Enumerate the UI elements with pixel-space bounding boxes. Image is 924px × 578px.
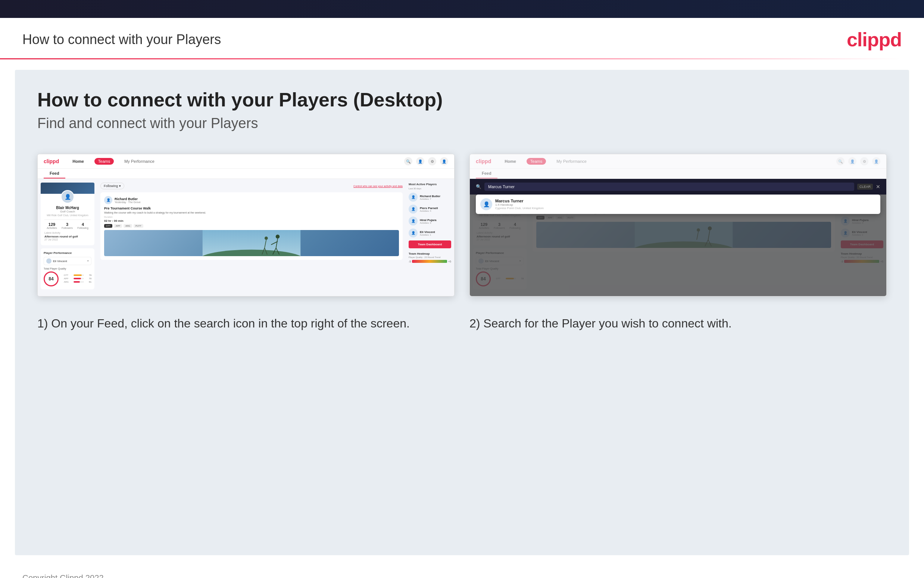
player-4-name: Eli Vincent xyxy=(420,231,435,234)
quality-circle: 84 xyxy=(44,271,58,286)
nav-link-home[interactable]: Home xyxy=(70,157,87,165)
app-nav-1: clippd Home Teams My Performance 🔍 👤 ⚙ 👤 xyxy=(38,154,454,169)
following-button[interactable]: Following ▾ xyxy=(100,183,124,189)
player-performance-panel: Player Performance Eli Vincent ▾ Total P… xyxy=(40,248,94,289)
team-heatmap-sub: Player Quality · 20 Round Trend xyxy=(409,256,451,258)
user-icon-2: 👤 xyxy=(848,157,856,166)
player-2-name: Piers Parnell xyxy=(420,206,438,210)
player-1-avatar: 👤 xyxy=(409,193,417,201)
player-item-4: 👤 Eli Vincent Activities: 1 xyxy=(409,229,451,237)
svg-point-7 xyxy=(265,237,268,240)
settings-icon[interactable]: ⚙ xyxy=(428,157,436,166)
profile-name: Blair McHarg xyxy=(44,206,91,210)
player-3-info: Hiral Pujara Activities: 3 xyxy=(420,218,436,224)
player-3-avatar: 👤 xyxy=(409,217,417,226)
player-item-2: 👤 Piers Parnell Activities: 4 xyxy=(409,205,451,214)
activity-title: Pre Tournament Course Walk xyxy=(104,206,399,210)
quality-num-arg: 61 xyxy=(86,281,91,283)
nav-link-home-2: Home xyxy=(502,157,519,165)
duration-label: Duration xyxy=(104,216,113,218)
profile-stats: 129 Activities 3 Followers 4 Following xyxy=(44,219,91,229)
search-result-info: Marcus Turner 1-5 Handicap Cypress Point… xyxy=(495,199,544,210)
search-result-avatar: 👤 xyxy=(480,198,492,210)
most-active-subtitle: Last 30 days xyxy=(409,187,451,190)
activity-desc: Walking the course with my coach to buil… xyxy=(104,211,399,214)
profile-card: 👤 Blair McHarg Golf Coach Mill Ride Golf… xyxy=(40,183,94,245)
team-heatmap-title: Team Heatmap xyxy=(409,252,451,255)
search-result-card[interactable]: 👤 Marcus Turner 1-5 Handicap Cypress Poi… xyxy=(476,195,880,214)
user-icon[interactable]: 👤 xyxy=(416,157,424,166)
main-subtitle: Find and connect with your Players xyxy=(37,115,887,132)
heatmap-bar-container: -5 +5 xyxy=(409,260,451,263)
screenshot-1: clippd Home Teams My Performance 🔍 👤 ⚙ 👤… xyxy=(37,154,455,297)
following-bar: Following ▾ Control who can see your act… xyxy=(100,183,403,189)
search-result-name: Marcus Turner xyxy=(495,199,544,203)
profile-club: Mill Ride Golf Club, United Kingdom xyxy=(44,214,91,217)
page-title: How to connect with your Players xyxy=(23,32,221,47)
quality-row-app: APP 70 xyxy=(64,278,91,280)
tag-ott[interactable]: OTT xyxy=(104,224,112,228)
feed-tab[interactable]: Feed xyxy=(44,169,65,179)
nav-icons-2: 🔍 👤 ⚙ 👤 xyxy=(836,157,880,166)
quality-key-app: APP xyxy=(64,278,72,280)
activity-user-name: Richard Butler xyxy=(115,197,141,201)
tag-putt[interactable]: PUTT xyxy=(134,224,143,228)
dimmed-body: 👤 Blair McHarg Golf Coach Mill Ride Golf… xyxy=(470,179,886,296)
stat-followers-val: 3 xyxy=(61,222,73,227)
stat-activities: 129 Activities xyxy=(47,222,57,229)
player-select-avatar xyxy=(46,258,52,264)
nav-icons: 🔍 👤 ⚙ 👤 xyxy=(404,157,448,166)
main-title: How to connect with your Players (Deskto… xyxy=(37,88,887,111)
activity-duration-row: Duration xyxy=(104,216,399,218)
quality-bar-bg-app xyxy=(73,278,84,279)
quality-bar-fill-ott xyxy=(73,274,82,276)
activity-card-user: 👤 Richard Butler Yesterday · The Grove xyxy=(104,196,399,204)
tag-app[interactable]: APP xyxy=(114,224,122,228)
activity-user-info: Richard Butler Yesterday · The Grove xyxy=(115,197,141,203)
heatmap-bar xyxy=(412,260,447,263)
clear-button[interactable]: CLEAR xyxy=(857,184,873,190)
player-select-name: Eli Vincent xyxy=(53,260,67,263)
search-result-club: Cypress Point Club, United Kingdom xyxy=(495,206,544,210)
latest-activity: Latest Activity Afternoon round of golf … xyxy=(44,232,91,241)
player-4-avatar: 👤 xyxy=(409,229,417,237)
header-divider xyxy=(0,58,901,59)
activity-image xyxy=(104,230,399,256)
player-1-acts: Activities: 7 xyxy=(420,198,440,200)
player-select[interactable]: Eli Vincent ▾ xyxy=(44,257,91,265)
heatmap-neg-label: -5 xyxy=(409,260,411,263)
avatar: 👤 xyxy=(61,190,74,203)
latest-activity-label: Latest Activity xyxy=(44,232,91,234)
screenshot-2: clippd Home Teams My Performance 🔍 👤 ⚙ 👤… xyxy=(469,154,887,297)
control-activity-link[interactable]: Control who can see your activity and da… xyxy=(353,185,403,187)
team-dashboard-button[interactable]: Team Dashboard xyxy=(409,240,451,248)
activity-user-meta: Yesterday · The Grove xyxy=(115,201,141,203)
search-icon-2: 🔍 xyxy=(836,157,845,166)
search-icon[interactable]: 🔍 xyxy=(404,157,413,166)
app-body-1: 👤 Blair McHarg Golf Coach Mill Ride Golf… xyxy=(38,179,454,296)
stat-followers: 3 Followers xyxy=(61,222,73,229)
stat-activities-val: 129 xyxy=(47,222,57,227)
close-icon[interactable]: ✕ xyxy=(876,184,880,190)
latest-activity-date: 27 Jul 2022 xyxy=(44,238,91,241)
nav-link-teams-2: Teams xyxy=(527,158,546,165)
nav-link-teams[interactable]: Teams xyxy=(94,158,114,165)
search-magnify-icon: 🔍 xyxy=(476,184,481,189)
latest-activity-text: Afternoon round of golf xyxy=(44,235,91,238)
step-1-desc: 1) On your Feed, click on the search ico… xyxy=(37,315,455,332)
quality-num-app: 70 xyxy=(86,278,91,280)
stat-followers-lbl: Followers xyxy=(61,227,73,229)
chevron-down-icon: ▾ xyxy=(87,260,89,263)
logo: clippd xyxy=(847,28,901,51)
stat-activities-lbl: Activities xyxy=(47,227,57,229)
nav-link-performance[interactable]: My Performance xyxy=(121,157,157,165)
tag-arg[interactable]: ARG xyxy=(123,224,132,228)
avatar-icon[interactable]: 👤 xyxy=(440,157,448,166)
app-nav-2: clippd Home Teams My Performance 🔍 👤 ⚙ 👤 xyxy=(470,154,886,169)
quality-bar-fill-arg xyxy=(73,281,80,283)
quality-bar-bg-arg xyxy=(73,281,84,283)
player-4-acts: Activities: 1 xyxy=(420,234,435,236)
profile-role: Golf Coach xyxy=(44,210,91,213)
following-chevron-icon: ▾ xyxy=(119,184,121,188)
search-input[interactable]: Marcus Turner xyxy=(484,183,854,191)
